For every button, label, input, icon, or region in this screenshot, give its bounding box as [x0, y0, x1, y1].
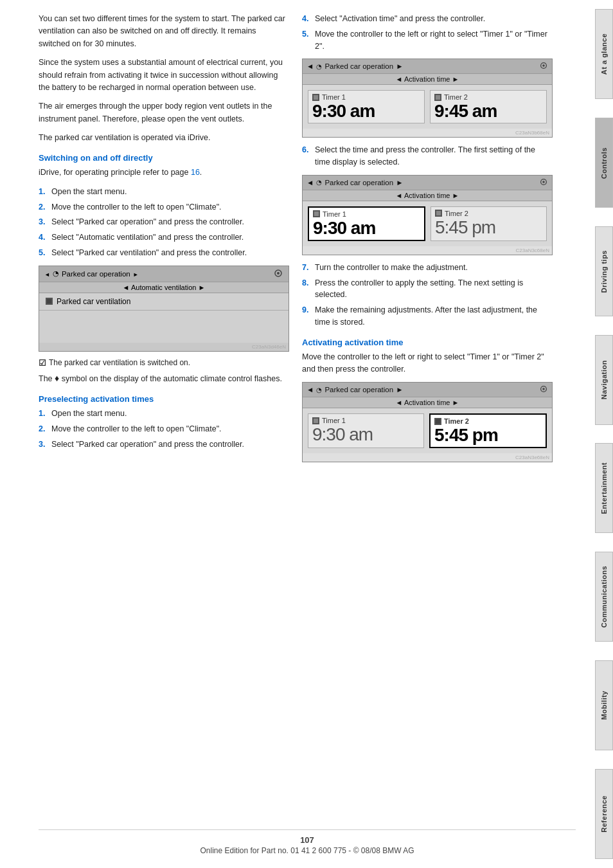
list-item: 2. Move the controller to the left to op… [39, 423, 289, 435]
screen4-subheader: ◄ Activation time ► [303, 397, 552, 408]
right-column: 4. Select "Activation time" and press th… [302, 13, 553, 817]
timer2-time-act: 5:45 pm [434, 426, 542, 444]
screen-activation: ◄ ◔ Parked car operation ► ◄ Activatio [302, 382, 553, 462]
steps-7-9: 7. Turn the controller to make the adjus… [302, 262, 553, 329]
sidebar-item-driving-tips[interactable]: Driving tips [595, 226, 613, 316]
list-item: 8. Press the controller to apply the set… [302, 277, 553, 302]
screen1-subheader: ◄ Automatic ventilation ► [39, 282, 289, 293]
timer2-time: 9:45 am [434, 102, 542, 120]
timer2-box: Timer 2 9:45 am [430, 90, 547, 123]
screen1-header: ◔ Parked car operation [39, 266, 289, 282]
list-item: 5. Select "Parked car ventilation" and p… [39, 247, 289, 259]
sidebar-item-controls[interactable]: Controls [595, 118, 613, 208]
page-number: 107 [39, 835, 576, 845]
section3-heading: Activating activation time [302, 338, 553, 347]
sidebar-tabs: At a glance Controls Driving tips Naviga… [595, 0, 613, 868]
page-footer: 107 Online Edition for Part no. 01 41 2 … [39, 829, 576, 855]
timer1-act: Timer 1 9:30 am [308, 413, 424, 448]
section3-text: Move the controller to the left or right… [302, 351, 553, 376]
svg-point-3 [542, 65, 545, 68]
svg-point-5 [542, 181, 545, 183]
switched-on-text: ☑ The parked car ventilation is switched… [39, 358, 289, 368]
timer2-label: Timer 2 [434, 93, 542, 101]
section2-heading: Preselecting activation times [39, 394, 289, 404]
screen2-subheader: ◄ Activation time ► [303, 74, 552, 85]
arrow-right-icon [133, 270, 139, 278]
screen-empty-area [39, 311, 289, 343]
settings-icon-2 [539, 61, 548, 70]
screen-parked-car-ventilation: ◔ Parked car operation ◄ Automatic venti… [39, 266, 289, 352]
settings-icon-3 [539, 177, 548, 186]
list-item: 3. Select "Parked car operation" and pre… [39, 216, 289, 228]
screen3-body: Timer 1 9:30 am Timer 2 5:45 pm [303, 201, 552, 246]
timer2-checkbox-s [435, 210, 442, 217]
symbol-text: The ♦ symbol on the display of the autom… [39, 372, 289, 386]
timer2-act: Timer 2 5:45 pm [429, 413, 547, 448]
timer1-label: Timer 1 [312, 93, 420, 101]
screen-timer-selection: ◄ ◔ Parked car operation ► ◄ Activatio [302, 59, 553, 138]
intro-para-1: You can set two different times for the … [39, 13, 289, 50]
list-item: 1. Open the start menu. [39, 408, 289, 420]
timer1-checkbox [312, 94, 319, 101]
screen2-header: ◄ ◔ Parked car operation ► [303, 59, 552, 74]
list-item: 1. Open the start menu. [39, 186, 289, 198]
list-item: 5. Move the controller to the left or ri… [302, 28, 553, 53]
sidebar-item-entertainment[interactable]: Entertainment [595, 443, 613, 533]
intro-para-3: The air emerges through the upper body r… [39, 100, 289, 125]
section1-intro: iDrive, for operating principle refer to… [39, 167, 289, 179]
settings-icon [273, 268, 283, 278]
screen4-header: ◄ ◔ Parked car operation ► [303, 383, 552, 397]
section2-steps-list: 1. Open the start menu. 2. Move the cont… [39, 408, 289, 450]
screen-timer-selected: ◄ ◔ Parked car operation ► ◄ Activatio [302, 175, 553, 255]
footer-text: Online Edition for Part no. 01 41 2 600 … [200, 846, 414, 855]
sidebar-item-mobility[interactable]: Mobility [595, 660, 613, 750]
timer2-checkbox [434, 94, 441, 101]
svg-point-7 [542, 388, 545, 391]
checkmark-icon: ☑ [39, 358, 46, 368]
section1-steps-list: 1. Open the start menu. 2. Move the cont… [39, 186, 289, 259]
timer1-checkbox-s [313, 210, 320, 217]
list-item: 4. Select "Automatic ventilation" and pr… [39, 231, 289, 244]
left-column: You can set two different times for the … [39, 13, 289, 817]
screen3-subheader: ◄ Activation time ► [303, 190, 552, 201]
steps-continued: 4. Select "Activation time" and press th… [302, 13, 553, 52]
list-item: 2. Move the controller to the left to op… [39, 201, 289, 213]
timer1-box-selected: Timer 1 9:30 am [308, 206, 425, 241]
screen3-header: ◄ ◔ Parked car operation ► [303, 176, 552, 190]
timer2-checkbox-act [434, 418, 441, 425]
screen2-body: Timer 1 9:30 am Timer 2 9:45 am [303, 85, 552, 129]
timer2-label-act: Timer 2 [434, 417, 542, 425]
settings-icon-4 [539, 384, 548, 393]
sidebar-item-reference[interactable]: Reference [595, 769, 613, 859]
sidebar-item-communications[interactable]: Communications [595, 552, 613, 642]
timer1-label-act: Timer 1 [312, 417, 420, 424]
section1-heading: Switching on and off directly [39, 153, 289, 163]
list-item: 6. Select the time and press the control… [302, 144, 553, 168]
arrow-left-icon [44, 270, 50, 278]
pcv-row-ventilation: Parked car ventilation [39, 293, 289, 311]
timer2-label-s: Timer 2 [435, 210, 542, 217]
timer1-label-s: Timer 1 [313, 210, 420, 218]
screen4-body: Timer 1 9:30 am Timer 2 5:45 pm [303, 408, 552, 453]
timer1-time-s: 9:30 am [313, 219, 420, 237]
timer1-checkbox-act [312, 417, 319, 424]
timer2-box-s: Timer 2 5:45 pm [431, 206, 547, 241]
sidebar-item-navigation[interactable]: Navigation [595, 335, 613, 425]
list-item: 4. Select "Activation time" and press th… [302, 13, 553, 25]
intro-para-2: Since the system uses a substantial amou… [39, 57, 289, 94]
svg-point-1 [277, 272, 280, 275]
timer2-time-s: 5:45 pm [435, 219, 542, 237]
sidebar-item-at-a-glance[interactable]: At a glance [595, 9, 613, 99]
timer1-time-act: 9:30 am [312, 426, 420, 444]
list-item: 7. Turn the controller to make the adjus… [302, 262, 553, 274]
timer1-box: Timer 1 9:30 am [308, 90, 425, 123]
step6-list: 6. Select the time and press the control… [302, 144, 553, 168]
list-item: 3. Select "Parked car operation" and pre… [39, 439, 289, 451]
checkbox-icon [46, 298, 53, 305]
intro-para-4: The parked car ventilation is operated v… [39, 132, 289, 144]
timer1-time: 9:30 am [312, 102, 420, 120]
list-item: 9. Make the remaining adjustments. After… [302, 304, 553, 329]
